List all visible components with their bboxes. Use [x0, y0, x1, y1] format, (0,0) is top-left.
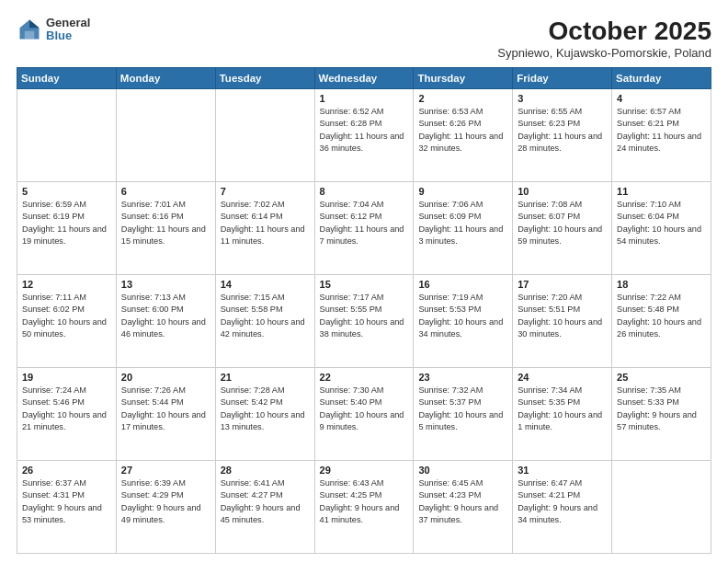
calendar-body: 1Sunrise: 6:52 AM Sunset: 6:28 PM Daylig… [17, 89, 711, 554]
day-cell: 29Sunrise: 6:43 AM Sunset: 4:25 PM Dayli… [314, 461, 414, 554]
day-cell [17, 89, 117, 182]
day-info: Sunrise: 7:26 AM Sunset: 5:44 PM Dayligh… [121, 385, 210, 433]
day-info: Sunrise: 6:45 AM Sunset: 4:23 PM Dayligh… [418, 477, 507, 526]
day-cell: 19Sunrise: 7:24 AM Sunset: 5:46 PM Dayli… [17, 368, 117, 461]
day-cell: 1Sunrise: 6:52 AM Sunset: 6:28 PM Daylig… [314, 89, 414, 182]
day-info: Sunrise: 7:34 AM Sunset: 5:35 PM Dayligh… [518, 385, 607, 433]
day-info: Sunrise: 7:22 AM Sunset: 5:48 PM Dayligh… [617, 292, 706, 340]
header-friday: Friday [513, 68, 612, 89]
day-cell: 3Sunrise: 6:55 AM Sunset: 6:23 PM Daylig… [513, 89, 612, 182]
day-info: Sunrise: 7:13 AM Sunset: 6:00 PM Dayligh… [121, 292, 210, 340]
header-tuesday: Tuesday [215, 68, 314, 89]
day-info: Sunrise: 7:30 AM Sunset: 5:40 PM Dayligh… [320, 385, 409, 433]
day-info: Sunrise: 7:08 AM Sunset: 6:07 PM Dayligh… [518, 199, 607, 247]
day-cell: 22Sunrise: 7:30 AM Sunset: 5:40 PM Dayli… [314, 368, 414, 461]
day-info: Sunrise: 6:39 AM Sunset: 4:29 PM Dayligh… [121, 477, 210, 526]
day-number: 1 [320, 93, 409, 104]
day-info: Sunrise: 6:52 AM Sunset: 6:28 PM Dayligh… [320, 106, 409, 155]
day-cell: 24Sunrise: 7:34 AM Sunset: 5:35 PM Dayli… [513, 368, 612, 461]
week-row-4: 19Sunrise: 7:24 AM Sunset: 5:46 PM Dayli… [17, 368, 711, 461]
day-cell: 13Sunrise: 7:13 AM Sunset: 6:00 PM Dayli… [116, 275, 215, 368]
day-cell: 25Sunrise: 7:35 AM Sunset: 5:33 PM Dayli… [612, 368, 711, 461]
day-cell: 31Sunrise: 6:47 AM Sunset: 4:21 PM Dayli… [513, 461, 612, 554]
logo-icon [17, 17, 42, 42]
header: General Blue October 2025 Sypniewo, Kuja… [17, 17, 711, 60]
week-row-5: 26Sunrise: 6:37 AM Sunset: 4:31 PM Dayli… [17, 461, 711, 554]
day-info: Sunrise: 7:28 AM Sunset: 5:42 PM Dayligh… [221, 385, 310, 433]
day-info: Sunrise: 7:35 AM Sunset: 5:33 PM Dayligh… [617, 385, 706, 433]
day-cell: 9Sunrise: 7:06 AM Sunset: 6:09 PM Daylig… [414, 182, 513, 275]
day-number: 13 [121, 279, 210, 290]
day-number: 3 [518, 93, 607, 104]
day-cell: 27Sunrise: 6:39 AM Sunset: 4:29 PM Dayli… [116, 461, 215, 554]
day-cell: 26Sunrise: 6:37 AM Sunset: 4:31 PM Dayli… [17, 461, 117, 554]
day-cell: 7Sunrise: 7:02 AM Sunset: 6:14 PM Daylig… [215, 182, 314, 275]
day-number: 23 [418, 372, 507, 383]
header-wednesday: Wednesday [314, 68, 414, 89]
day-number: 5 [22, 186, 111, 197]
svg-marker-1 [29, 20, 40, 29]
day-number: 27 [121, 465, 210, 476]
day-info: Sunrise: 7:10 AM Sunset: 6:04 PM Dayligh… [617, 199, 706, 247]
day-number: 29 [320, 465, 409, 476]
day-info: Sunrise: 7:02 AM Sunset: 6:14 PM Dayligh… [221, 199, 310, 247]
header-monday: Monday [116, 68, 215, 89]
day-info: Sunrise: 7:17 AM Sunset: 5:55 PM Dayligh… [320, 292, 409, 340]
week-row-3: 12Sunrise: 7:11 AM Sunset: 6:02 PM Dayli… [17, 275, 711, 368]
day-cell: 11Sunrise: 7:10 AM Sunset: 6:04 PM Dayli… [612, 182, 711, 275]
day-number: 11 [617, 186, 706, 197]
logo-line1: General [46, 17, 90, 29]
calendar-table: Sunday Monday Tuesday Wednesday Thursday… [17, 67, 711, 554]
day-info: Sunrise: 6:41 AM Sunset: 4:27 PM Dayligh… [221, 477, 310, 526]
day-number: 10 [518, 186, 607, 197]
day-number: 18 [617, 279, 706, 290]
header-saturday: Saturday [612, 68, 711, 89]
day-cell: 16Sunrise: 7:19 AM Sunset: 5:53 PM Dayli… [414, 275, 513, 368]
day-info: Sunrise: 7:04 AM Sunset: 6:12 PM Dayligh… [320, 199, 409, 247]
day-number: 2 [418, 93, 507, 104]
day-number: 26 [22, 465, 111, 476]
day-info: Sunrise: 6:57 AM Sunset: 6:21 PM Dayligh… [617, 106, 706, 155]
logo-text: General Blue [46, 17, 90, 43]
day-info: Sunrise: 6:53 AM Sunset: 6:26 PM Dayligh… [418, 106, 507, 155]
day-cell: 12Sunrise: 7:11 AM Sunset: 6:02 PM Dayli… [17, 275, 117, 368]
day-number: 16 [418, 279, 507, 290]
day-number: 14 [221, 279, 310, 290]
day-info: Sunrise: 7:01 AM Sunset: 6:16 PM Dayligh… [121, 199, 210, 247]
header-sunday: Sunday [17, 68, 117, 89]
logo-line2: Blue [46, 29, 90, 42]
day-cell: 28Sunrise: 6:41 AM Sunset: 4:27 PM Dayli… [215, 461, 314, 554]
day-cell [116, 89, 215, 182]
week-row-1: 1Sunrise: 6:52 AM Sunset: 6:28 PM Daylig… [17, 89, 711, 182]
day-cell: 14Sunrise: 7:15 AM Sunset: 5:58 PM Dayli… [215, 275, 314, 368]
day-cell [215, 89, 314, 182]
day-number: 30 [418, 465, 507, 476]
day-number: 28 [221, 465, 310, 476]
day-number: 22 [320, 372, 409, 383]
day-info: Sunrise: 6:37 AM Sunset: 4:31 PM Dayligh… [22, 477, 111, 526]
day-info: Sunrise: 7:15 AM Sunset: 5:58 PM Dayligh… [221, 292, 310, 340]
day-cell: 23Sunrise: 7:32 AM Sunset: 5:37 PM Dayli… [414, 368, 513, 461]
day-cell: 30Sunrise: 6:45 AM Sunset: 4:23 PM Dayli… [414, 461, 513, 554]
day-info: Sunrise: 7:19 AM Sunset: 5:53 PM Dayligh… [418, 292, 507, 340]
calendar-subtitle: Sypniewo, Kujawsko-Pomorskie, Poland [497, 46, 711, 60]
day-number: 8 [320, 186, 409, 197]
calendar-title: October 2025 [497, 17, 711, 46]
day-cell: 17Sunrise: 7:20 AM Sunset: 5:51 PM Dayli… [513, 275, 612, 368]
day-number: 4 [617, 93, 706, 104]
day-info: Sunrise: 7:20 AM Sunset: 5:51 PM Dayligh… [518, 292, 607, 340]
logo: General Blue [17, 17, 90, 43]
day-info: Sunrise: 6:55 AM Sunset: 6:23 PM Dayligh… [518, 106, 607, 155]
day-number: 12 [22, 279, 111, 290]
day-number: 17 [518, 279, 607, 290]
day-info: Sunrise: 7:11 AM Sunset: 6:02 PM Dayligh… [22, 292, 111, 340]
day-cell: 18Sunrise: 7:22 AM Sunset: 5:48 PM Dayli… [612, 275, 711, 368]
day-cell: 4Sunrise: 6:57 AM Sunset: 6:21 PM Daylig… [612, 89, 711, 182]
day-cell: 6Sunrise: 7:01 AM Sunset: 6:16 PM Daylig… [116, 182, 215, 275]
day-number: 6 [121, 186, 210, 197]
header-thursday: Thursday [414, 68, 513, 89]
day-cell: 8Sunrise: 7:04 AM Sunset: 6:12 PM Daylig… [314, 182, 414, 275]
day-info: Sunrise: 6:47 AM Sunset: 4:21 PM Dayligh… [518, 477, 607, 526]
day-number: 31 [518, 465, 607, 476]
day-cell: 20Sunrise: 7:26 AM Sunset: 5:44 PM Dayli… [116, 368, 215, 461]
